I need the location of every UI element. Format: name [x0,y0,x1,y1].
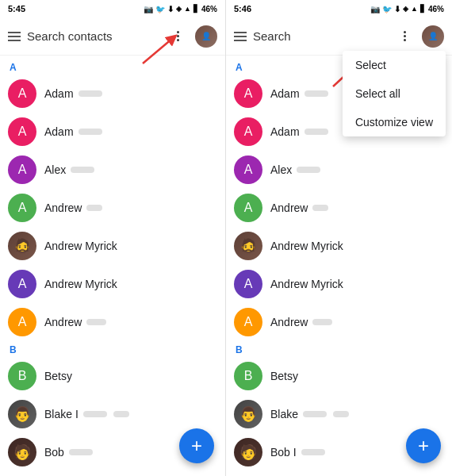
left-battery: 46% [201,5,217,13]
list-item[interactable]: A Alex [0,151,225,189]
contact-name: Adam [270,87,300,100]
contact-photo-avatar: 👨 [8,400,36,428]
contact-photo-avatar: 🧑 [234,438,262,466]
list-item[interactable]: A Adam [0,75,225,113]
contact-detail [305,90,328,97]
contact-info: Betsy [270,370,444,382]
contact-name: Andrew Myrick [44,240,117,252]
contact-name: Andrew Myrick [270,240,343,252]
right-status-icons: 📷 🐦 ⬇ ◈ ▲ ▋ 46% [370,5,444,13]
contact-name: Blake [270,408,298,420]
contact-detail [79,90,102,97]
contact-info: Adam [44,125,217,138]
left-user-avatar[interactable]: 👤 [195,25,217,48]
contact-avatar: A [8,79,36,108]
left-hamburger-icon[interactable] [8,32,21,41]
signal-icon-r: ▋ [420,5,426,13]
right-fab-button[interactable]: + [406,428,441,463]
list-item[interactable]: 🧔 Andrew Myrick [0,227,225,265]
contact-name: Adam [44,87,74,100]
portrait-icon: ◈ [176,5,182,13]
contact-info: Andrew Myrick [44,278,217,290]
list-item[interactable]: B Bonnie [0,471,225,476]
right-dropdown-menu: Select Select all Customize view [343,51,446,136]
contact-detail2 [333,411,349,417]
list-item[interactable]: B Bonnie [226,471,452,476]
list-item[interactable]: 🧔 Andrew Myrick [226,227,452,265]
dot3-r [404,39,406,41]
photo-icon-r: 📷 [370,5,380,13]
contact-avatar: B [8,362,36,390]
contact-photo-avatar: 🧔 [8,232,36,260]
contact-name: Bob [44,446,64,459]
contact-avatar: A [234,117,262,146]
contact-name: Andrew [44,316,82,328]
contact-detail [305,129,328,135]
left-section-b: B [0,341,225,357]
contact-name: Andrew [270,316,308,328]
list-item[interactable]: 👨 Blake I [0,395,225,433]
right-battery: 46% [428,5,444,13]
list-item[interactable]: A Adam [0,113,225,151]
contact-name: Andrew Myrick [44,278,117,290]
contact-name: Betsy [44,370,72,382]
contact-name: Blake I [44,408,79,420]
list-item[interactable]: A Andrew Myrick [0,265,225,303]
right-section-b: B [226,341,452,357]
list-item[interactable]: A Andrew Myrick [226,265,452,303]
left-fab-button[interactable]: + [179,428,214,463]
contact-name: Andrew [270,202,308,214]
list-item[interactable]: B Betsy [0,357,225,395]
left-status-bar: 5:45 📷 🐦 ⬇ ◈ ▲ ▋ 46% [0,0,225,17]
contact-avatar: A [234,270,262,298]
right-user-avatar[interactable]: 👤 [422,25,444,48]
download-icon: ⬇ [167,5,174,13]
contact-avatar: A [8,117,36,146]
contact-detail [79,129,102,135]
contact-detail [303,411,327,417]
list-item[interactable]: A Andrew [0,303,225,341]
contact-info: Andrew [270,316,444,328]
left-red-arrow [135,24,182,71]
contact-photo-avatar: 👨 [234,400,262,428]
contact-info: Alex [44,163,217,176]
right-time: 5:46 [234,4,251,13]
contact-name: Adam [44,125,74,138]
contact-avatar: A [234,79,262,108]
contact-detail [86,319,106,325]
signal-icon: ▋ [193,5,199,13]
contact-info: Andrew [44,202,217,214]
contact-detail [297,167,320,173]
wifi-icon-r: ▲ [411,5,418,13]
contact-name: Bob I [270,446,297,459]
twitter-icon-r: 🐦 [382,5,392,13]
dropdown-item-customize[interactable]: Customize view [343,108,446,136]
contact-name: Adam [270,125,300,138]
contact-avatar: A [234,194,262,222]
contact-info: Andrew Myrick [44,240,217,252]
list-item[interactable]: A Andrew [226,303,452,341]
list-item[interactable]: A Andrew [226,189,452,227]
list-item[interactable]: A Alex [226,151,452,189]
right-phone-panel: 5:46 📷 🐦 ⬇ ◈ ▲ ▋ 46% Search 👤 Select Sel… [226,0,452,476]
contact-avatar: A [234,155,262,184]
list-item[interactable]: 👨 Blake [226,395,452,433]
contact-detail [83,411,107,417]
twitter-icon: 🐦 [155,5,165,13]
contact-name: Betsy [270,370,298,382]
dropdown-item-select[interactable]: Select [343,51,446,79]
right-hamburger-icon[interactable] [234,32,247,41]
dropdown-item-select-all[interactable]: Select all [343,79,446,108]
portrait-icon-r: ◈ [403,5,408,13]
right-more-button[interactable] [393,25,416,48]
contact-info: Blake I [44,408,217,420]
list-item[interactable]: A Andrew [0,189,225,227]
right-avatar-image: 👤 [422,25,444,48]
wifi-icon: ▲ [184,5,191,13]
contact-detail [312,205,328,211]
contact-detail [312,319,332,325]
right-search-text: Search [253,29,387,43]
contact-info: Alex [270,163,444,176]
contact-info: Andrew Myrick [270,240,444,252]
list-item[interactable]: B Betsy [226,357,452,395]
